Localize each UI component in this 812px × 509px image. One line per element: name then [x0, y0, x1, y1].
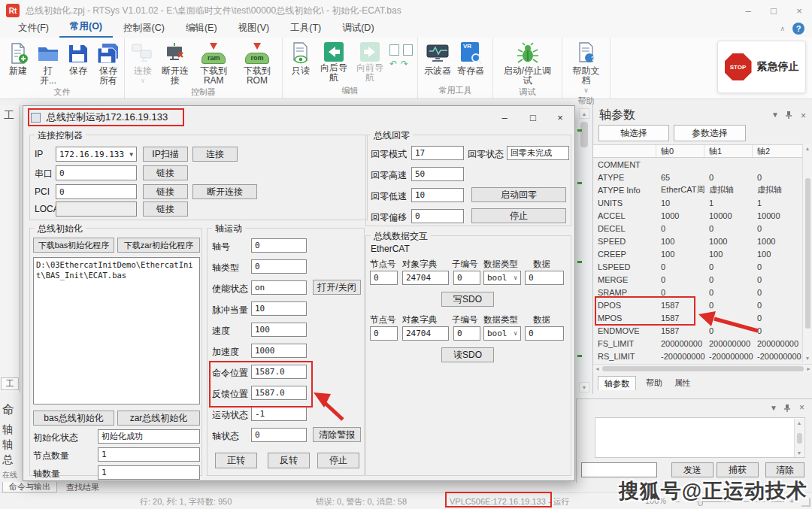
param-select-button[interactable]: 参数选择 — [674, 125, 746, 141]
table-hscrollbar[interactable]: ◄ ► — [593, 364, 812, 373]
accel-input[interactable] — [251, 344, 307, 358]
pci-link-button[interactable]: 链接 — [143, 184, 188, 199]
table-row-dpos[interactable]: DPOS158700 — [593, 298, 803, 311]
left-fragment[interactable]: 轴 — [2, 423, 13, 437]
scroll-down-icon[interactable]: ▼ — [797, 450, 802, 456]
scroll-down-icon[interactable]: ▼ — [805, 356, 810, 361]
menu-debug[interactable]: 调试(D) — [332, 20, 384, 38]
homing-mode-input[interactable] — [411, 146, 464, 160]
init-file-path-box[interactable]: D:\03EthercatInitDemo\EthercatInit\BAS_I… — [33, 257, 200, 404]
mini-edit-icon[interactable] — [389, 44, 399, 56]
pulse-equiv-input[interactable] — [251, 301, 307, 316]
read-dict-input[interactable] — [402, 326, 449, 341]
table-row[interactable]: COMMENT — [593, 158, 803, 171]
homing-state-input[interactable] — [507, 146, 569, 160]
pci-input[interactable] — [56, 184, 137, 199]
axis-state-input[interactable] — [251, 428, 307, 442]
serial-input[interactable] — [56, 165, 137, 180]
menu-file[interactable]: 文件(F) — [8, 20, 59, 38]
tab-properties[interactable]: 属性 — [668, 376, 697, 390]
vscroll-thumb[interactable] — [805, 178, 810, 329]
emergency-stop-button[interactable]: STOP 紧急停止 — [717, 41, 806, 93]
navigate-back-button[interactable]: 向后导航 — [317, 41, 350, 83]
serial-link-button[interactable]: 链接 — [143, 165, 188, 180]
left-panel-tab[interactable]: 工 — [1, 377, 19, 390]
read-sub-input[interactable] — [453, 326, 480, 341]
clear-alarm-button[interactable]: 清除警报 — [313, 427, 361, 442]
write-data-input[interactable] — [525, 271, 564, 285]
download-ram-button[interactable]: ram 下载到RAM — [194, 41, 234, 86]
table-row[interactable]: CREEP100100100 — [593, 247, 803, 260]
save-button[interactable]: 保存 — [65, 41, 92, 77]
node-count-value[interactable] — [98, 447, 200, 462]
dialog-maximize-button[interactable]: □ — [520, 106, 546, 129]
connect-button[interactable]: 连接 — [192, 147, 238, 162]
menu-tools[interactable]: 工具(T) — [280, 20, 332, 38]
bas-init-button[interactable]: bas总线初始化 — [33, 411, 114, 426]
axis-type-input[interactable] — [251, 259, 307, 274]
homing-high-input[interactable] — [411, 167, 464, 181]
feedback-pos-input[interactable] — [251, 386, 307, 400]
help-doc-button[interactable]: ? 帮助文档 ∨ — [567, 41, 605, 95]
panel-close-icon[interactable]: × — [801, 111, 806, 121]
redo-icon[interactable]: ↷ — [401, 59, 408, 69]
collapse-ribbon-icon[interactable]: ∧ — [780, 25, 785, 32]
axis-select-button[interactable]: 轴选择 — [598, 125, 669, 141]
panel-menu-icon[interactable]: ▼ — [771, 111, 779, 119]
open-button[interactable]: 打开... — [35, 41, 62, 86]
zar-init-button[interactable]: zar总线初始化 — [117, 411, 200, 426]
tab-search-results[interactable]: 查找结果 — [60, 482, 105, 492]
table-row[interactable]: FS_LIMIT200000000200000000200000000 — [593, 337, 803, 350]
pin-icon[interactable] — [785, 111, 792, 121]
read-type-select[interactable]: bool∨ — [483, 326, 521, 341]
table-row[interactable]: ATYPE InfoEtherCAT周...虚拟轴虚拟轴 — [593, 183, 803, 196]
table-row[interactable]: LSPEED000 — [593, 260, 803, 273]
column-header-axis2[interactable]: 轴2 — [753, 145, 803, 157]
navigate-forward-button[interactable]: 向前导航 — [353, 41, 386, 83]
table-row[interactable]: SPEED10010001000 — [593, 235, 803, 247]
ip-scan-button[interactable]: IP扫描 — [143, 147, 188, 162]
scroll-up-icon[interactable]: ▲ — [797, 420, 802, 426]
homing-offset-input[interactable] — [411, 209, 464, 223]
init-state-value[interactable] — [98, 429, 200, 444]
editor-vscroll-thumb[interactable] — [580, 122, 588, 147]
menu-home[interactable]: 常用(O) — [59, 19, 113, 38]
connect-button[interactable]: 连接 ∨ — [129, 41, 156, 86]
enable-toggle-button[interactable]: 打开/关闭 — [313, 280, 361, 295]
download-rom-button[interactable]: rom 下载到ROM — [237, 41, 277, 86]
write-dict-input[interactable] — [402, 271, 449, 285]
table-row[interactable]: MERGE000 — [593, 273, 803, 286]
axis-no-input[interactable] — [251, 238, 307, 253]
table-vscrollbar[interactable]: ▲ ▼ — [802, 144, 812, 362]
start-homing-button[interactable]: 启动回零 — [471, 187, 566, 202]
scroll-up-icon[interactable]: ▲ — [805, 146, 810, 151]
table-row[interactable]: ACCEL10001000010000 — [593, 209, 803, 222]
pin-icon[interactable] — [783, 404, 791, 414]
download-zar-button[interactable]: 下载zar初始化程序 — [117, 238, 200, 253]
table-row-mpos[interactable]: MPOS158700 — [593, 311, 803, 324]
disconnect-button[interactable]: 断开连接 — [192, 184, 257, 199]
panel-close-icon[interactable]: × — [799, 402, 804, 413]
capture-button[interactable]: 捕获 — [717, 462, 759, 477]
stop-button[interactable]: 停止 — [317, 453, 359, 468]
new-button[interactable]: 新建 — [5, 41, 32, 77]
column-header-axis0[interactable]: 轴0 — [656, 145, 704, 157]
read-node-input[interactable] — [370, 326, 398, 341]
read-sdo-button[interactable]: 读SDO — [441, 347, 494, 362]
oscilloscope-button[interactable]: 示波器 — [423, 41, 453, 77]
scroll-right-icon[interactable]: ► — [806, 366, 811, 371]
speed-input[interactable] — [251, 323, 307, 337]
write-sdo-button[interactable]: 写SDO — [441, 292, 494, 307]
disconnect-button[interactable]: 断开连接 — [159, 41, 191, 86]
left-fragment[interactable]: 命 — [2, 402, 14, 418]
output-vscrollbar[interactable]: ▲ ▼ — [794, 419, 804, 457]
dialog-minimize-button[interactable]: – — [492, 106, 517, 129]
ip-combobox[interactable]: 172.16.19.133▼ — [56, 147, 137, 162]
enable-state-input[interactable] — [251, 280, 307, 295]
send-button[interactable]: 发送 — [671, 462, 714, 477]
forward-button[interactable]: 正转 — [215, 453, 257, 468]
menu-view[interactable]: 视图(V) — [228, 20, 280, 38]
window-maximize-button[interactable]: □ — [761, 0, 786, 21]
scroll-down-icon[interactable]: ▼ — [579, 382, 589, 392]
reverse-button[interactable]: 反转 — [268, 453, 310, 468]
